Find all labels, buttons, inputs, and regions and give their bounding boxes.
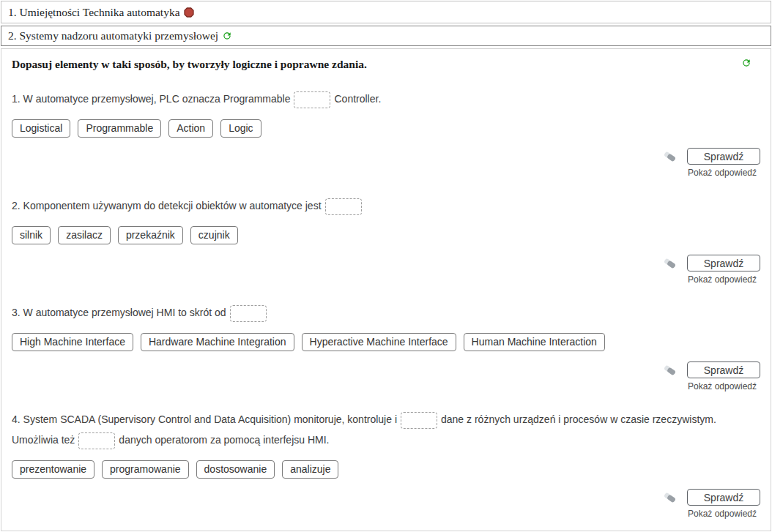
question-text-part: 3. W automatyce przemysłowej HMI to skró… (12, 307, 226, 318)
show-answer-link[interactable]: Pokaż odpowiedź (684, 168, 760, 178)
question-text: 2. Komponentem używanym do detekcji obie… (12, 195, 760, 216)
eraser-icon[interactable] (664, 492, 676, 503)
option-chip[interactable]: Logistical (12, 119, 70, 138)
page: 1. Umiejętności Technika automatyka 2. S… (0, 0, 772, 532)
check-button[interactable]: Sprawdź (687, 489, 760, 506)
eraser-icon[interactable] (664, 258, 676, 269)
question-block-2: 2. Komponentem używanym do detekcji obie… (12, 195, 760, 285)
option-chip[interactable]: Human Machine Interaction (464, 333, 605, 351)
question-text: 1. W automatyce przemysłowej, PLC oznacz… (12, 89, 760, 109)
question-controls: Sprawdź Pokaż odpowiedź (12, 255, 760, 285)
answer-blank[interactable] (325, 198, 362, 215)
accordion-item-2-label: 2. Systemy nadzoru automatyki przemysłow… (8, 29, 218, 42)
options-row: silnik zasilacz przekaźnik czujnik (12, 226, 760, 244)
answer-blank[interactable] (78, 432, 115, 449)
question-controls: Sprawdź Pokaż odpowiedź (12, 361, 760, 391)
answer-blank[interactable] (401, 412, 437, 429)
show-answer-link[interactable]: Pokaż odpowiedź (684, 509, 760, 519)
answer-blank[interactable] (230, 305, 267, 322)
show-answer-link[interactable]: Pokaż odpowiedź (684, 381, 760, 391)
question-text-part: 4. System SCADA (Supervisory Control and… (12, 413, 397, 425)
question-block-4: 4. System SCADA (Supervisory Control and… (12, 409, 760, 519)
question-block-3: 3. W automatyce przemysłowej HMI to skró… (12, 302, 760, 391)
option-chip[interactable]: Logic (220, 119, 261, 138)
refresh-icon (222, 31, 232, 41)
question-controls: Sprawdź Pokaż odpowiedź (12, 148, 760, 178)
question-block-1: 1. W automatyce przemysłowej, PLC oznacz… (12, 89, 760, 178)
reset-exercise-icon refresh-icon[interactable] (741, 58, 751, 68)
octagon-icon (184, 7, 194, 18)
options-row: High Machine Interface Hardware Machine … (12, 333, 760, 351)
option-chip[interactable]: programowanie (102, 460, 189, 479)
option-chip[interactable]: czujnik (190, 226, 238, 244)
option-chip[interactable]: prezentowanie (12, 460, 94, 479)
accordion-item-1[interactable]: 1. Umiejętności Technika automatyka (1, 1, 771, 23)
check-button[interactable]: Sprawdź (687, 361, 760, 378)
accordion-item-2[interactable]: 2. Systemy nadzoru automatyki przemysłow… (1, 26, 771, 46)
question-text-part: 1. W automatyce przemysłowej, PLC oznacz… (12, 93, 290, 105)
accordion-item-1-label: 1. Umiejętności Technika automatyka (8, 6, 180, 19)
question-text-part: danych operatorom za pomocą interfejsu H… (119, 434, 329, 446)
option-chip[interactable]: High Machine Interface (12, 333, 133, 351)
option-chip[interactable]: silnik (12, 226, 51, 244)
options-row: Logistical Programmable Action Logic (12, 119, 760, 138)
eraser-icon[interactable] (664, 364, 676, 376)
eraser-icon[interactable] (664, 151, 676, 162)
options-row: prezentowanie programowanie dostosowanie… (12, 460, 760, 479)
option-chip[interactable]: Hyperactive Machine Interface (302, 333, 456, 351)
instruction-text: Dopasuj elementy w taki sposób, by tworz… (12, 58, 367, 71)
option-chip[interactable]: Hardware Machine Integration (141, 333, 294, 351)
option-chip[interactable]: Action (168, 119, 213, 138)
check-button[interactable]: Sprawdź (687, 255, 760, 271)
exercise-panel: Dopasuj elementy w taki sposób, by tworz… (1, 48, 771, 531)
show-answer-link[interactable]: Pokaż odpowiedź (684, 274, 760, 285)
instruction-row: Dopasuj elementy w taki sposób, by tworz… (12, 58, 760, 71)
option-chip[interactable]: dostosowanie (196, 460, 275, 479)
answer-blank[interactable] (294, 91, 330, 108)
option-chip[interactable]: Programmable (78, 119, 161, 138)
option-chip[interactable]: analizuje (282, 460, 338, 479)
check-button[interactable]: Sprawdź (687, 148, 760, 165)
option-chip[interactable]: zasilacz (58, 226, 111, 244)
option-chip[interactable]: przekaźnik (118, 226, 183, 244)
question-text-part: Controller. (334, 93, 381, 105)
question-text: 3. W automatyce przemysłowej HMI to skró… (12, 302, 760, 323)
question-text: 4. System SCADA (Supervisory Control and… (12, 409, 760, 450)
question-controls: Sprawdź Pokaż odpowiedź (12, 489, 760, 519)
question-text-part: 2. Komponentem używanym do detekcji obie… (12, 200, 322, 211)
